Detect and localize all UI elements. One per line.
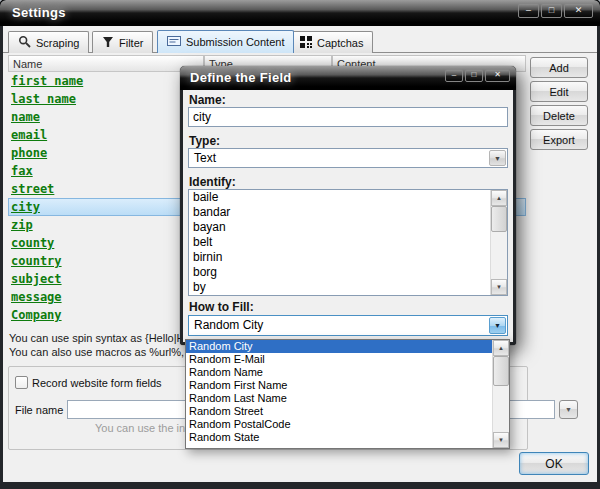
name-input[interactable]: [188, 107, 508, 127]
chevron-down-icon: ▼: [565, 406, 572, 413]
magnifier-icon: [18, 35, 31, 50]
dialog-close-button[interactable]: ✕: [485, 69, 510, 82]
list-item[interactable]: belt: [189, 235, 490, 250]
tab-label: Captchas: [317, 37, 363, 49]
tab-captchas[interactable]: Captchas: [290, 31, 373, 53]
name-label: Name:: [189, 93, 226, 107]
scroll-up-icon: ▲: [498, 345, 504, 351]
maximize-icon: □: [472, 70, 477, 79]
scrollbar-thumb[interactable]: [493, 356, 509, 386]
dropdown-option[interactable]: Random State: [186, 431, 492, 444]
scroll-down-icon: ▼: [498, 437, 504, 443]
close-icon: ✕: [494, 70, 501, 79]
dropdown-option[interactable]: Random E-Mail: [186, 353, 492, 366]
chevron-down-icon[interactable]: ▼: [489, 317, 506, 334]
macros-note: You can also use macros as %url%,: [9, 346, 184, 358]
funnel-icon: [102, 36, 114, 50]
delete-button[interactable]: Delete: [530, 105, 588, 126]
dropdown-option[interactable]: Random PostalCode: [186, 418, 492, 431]
minimize-icon: –: [452, 70, 456, 79]
how-to-fill-dropdown-list: Random City Random E-Mail Random Name Ra…: [185, 339, 510, 449]
list-item[interactable]: borg: [189, 265, 490, 280]
identify-scrollbar[interactable]: ▲ ▼: [490, 190, 507, 295]
form-icon: [167, 35, 181, 49]
spin-syntax-note: You can use spin syntax as {Hello|H: [9, 332, 185, 344]
dropdown-option[interactable]: Random Street: [186, 405, 492, 418]
close-icon: ✕: [575, 5, 583, 15]
add-button[interactable]: Add: [530, 57, 588, 78]
scroll-up-icon: ▲: [496, 195, 502, 201]
identify-label: Identify:: [189, 175, 236, 189]
type-select[interactable]: Text ▼: [188, 148, 508, 168]
scroll-down-icon: ▼: [496, 284, 502, 290]
tab-label: Filter: [119, 37, 143, 49]
dropdown-option[interactable]: Random Last Name: [186, 392, 492, 405]
dialog-minimize-button[interactable]: –: [445, 69, 463, 82]
tab-scraping[interactable]: Scraping: [8, 31, 89, 53]
scroll-up-button[interactable]: ▲: [493, 340, 509, 356]
scroll-up-button[interactable]: ▲: [491, 190, 507, 206]
list-item[interactable]: by: [189, 280, 490, 295]
chevron-down-icon[interactable]: ▼: [489, 150, 506, 166]
dropdown-option[interactable]: Random First Name: [186, 379, 492, 392]
close-button[interactable]: ✕: [564, 3, 593, 18]
minimize-icon: –: [526, 5, 531, 15]
record-form-fields-label: Record website form fields: [32, 377, 162, 389]
tab-label: Scraping: [36, 37, 79, 49]
column-header-name[interactable]: Name: [8, 55, 204, 72]
window-title: Settings: [12, 5, 66, 20]
maximize-button[interactable]: □: [541, 3, 562, 18]
list-item[interactable]: bandar: [189, 205, 490, 220]
how-to-fill-select[interactable]: Random City ▼: [188, 315, 508, 336]
list-item[interactable]: bayan: [189, 220, 490, 235]
identify-listbox[interactable]: baile bandar bayan belt birnin borg by ▲…: [188, 189, 508, 296]
dropdown-option-selected[interactable]: Random City: [186, 340, 492, 353]
window-controls: – □ ✕: [518, 3, 593, 18]
dialog-body: Name: Type: Text ▼ Identify: baile banda…: [183, 90, 513, 342]
minimize-button[interactable]: –: [518, 3, 539, 18]
qr-icon: [300, 36, 312, 50]
scroll-down-button[interactable]: ▼: [491, 279, 507, 295]
dialog-titlebar[interactable]: Define the Field – □ ✕: [180, 66, 516, 90]
how-to-fill-label: How to Fill:: [189, 300, 254, 314]
tab-submission-content[interactable]: Submission Content: [157, 30, 294, 53]
dropdown-scrollbar[interactable]: ▲ ▼: [492, 340, 509, 448]
type-label: Type:: [189, 134, 220, 148]
list-item[interactable]: birnin: [189, 250, 490, 265]
how-to-fill-value: Random City: [194, 316, 263, 335]
settings-window: Settings – □ ✕ Scraping Filter Submissio…: [0, 0, 600, 489]
dialog-maximize-button[interactable]: □: [465, 69, 483, 82]
tab-label: Submission Content: [186, 36, 284, 48]
list-item[interactable]: baile: [189, 190, 490, 205]
tab-filter[interactable]: Filter: [92, 31, 153, 53]
dialog-title: Define the Field: [190, 70, 292, 85]
file-name-label: File name: [15, 404, 63, 416]
scroll-down-button[interactable]: ▼: [493, 432, 509, 448]
export-button[interactable]: Export: [530, 129, 588, 150]
record-form-fields-checkbox[interactable]: [15, 376, 28, 389]
edit-button[interactable]: Edit: [530, 81, 588, 102]
define-field-dialog: Define the Field – □ ✕ Name: Type: Text …: [180, 66, 516, 345]
scrollbar-thumb[interactable]: [491, 206, 507, 232]
dropdown-option[interactable]: Random Name: [186, 366, 492, 379]
dialog-window-controls: – □ ✕: [445, 69, 510, 82]
type-select-value: Text: [194, 149, 216, 167]
file-name-dropdown-button[interactable]: ▼: [559, 400, 578, 419]
maximize-icon: □: [549, 5, 554, 15]
settings-titlebar[interactable]: Settings – □ ✕: [0, 0, 600, 26]
ok-button[interactable]: OK: [519, 452, 589, 475]
